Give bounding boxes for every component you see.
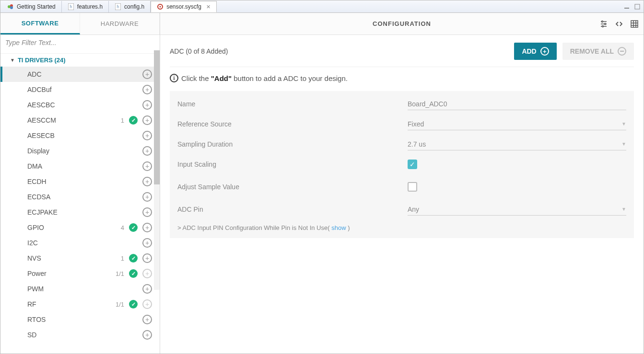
chevron-down-icon: ▼ [621, 121, 626, 126]
add-instance-icon[interactable]: + [142, 223, 152, 232]
tree-row-pwm[interactable]: PWM+ [0, 281, 160, 297]
filter-input[interactable]: Type Filter Text... [0, 35, 160, 54]
select-sampling-duration[interactable]: 2.7 us ▼ [408, 138, 626, 150]
tab-features-h[interactable]: h features.h [62, 1, 109, 12]
remove-button-label: REMOVE ALL [570, 47, 614, 55]
remove-all-button[interactable]: REMOVE ALL − [562, 43, 634, 60]
tree-row-rf[interactable]: RF1/1✓+ [0, 297, 160, 312]
tree-row-nvs[interactable]: NVS1✓+ [0, 251, 160, 266]
tree-row-count: 1/1 [116, 270, 124, 277]
checkbox-adjust-sample[interactable] [408, 182, 417, 192]
tree-row-gpio[interactable]: GPIO4✓+ [0, 220, 160, 235]
tree-header-ti-drivers[interactable]: ▼ TI DRIVERS (24) [0, 54, 160, 67]
add-instance-icon[interactable]: + [142, 207, 152, 217]
config-body: ADC (0 of 8 Added) ADD + REMOVE ALL − i … [160, 35, 644, 354]
label-reference-source: Reference Source [177, 120, 408, 128]
tab-getting-started[interactable]: Getting Started [1, 1, 62, 12]
tab-label: config.h [124, 3, 144, 10]
label-input-scaling: Input Scaling [177, 160, 408, 168]
add-instance-icon[interactable]: + [142, 100, 152, 110]
maximize-icon[interactable] [634, 3, 641, 10]
add-instance-icon[interactable]: + [142, 146, 152, 156]
cfg-file-icon [157, 3, 164, 10]
row-reference-source: Reference Source Fixed ▼ [177, 116, 626, 132]
minimize-icon[interactable] [623, 3, 630, 10]
label-adjust-sample: Adjust Sample Value [177, 183, 408, 191]
add-header: ADC (0 of 8 Added) ADD + REMOVE ALL − [170, 41, 634, 67]
add-instance-icon[interactable]: + [142, 69, 152, 79]
tree-row-ecjpake[interactable]: ECJPAKE+ [0, 205, 160, 220]
scrollbar-thumb[interactable] [154, 50, 160, 184]
add-instance-icon[interactable]: + [142, 238, 152, 248]
tree-row-label: NVS [27, 254, 121, 262]
h-file-icon: h [68, 3, 74, 10]
tree-row-label: ECDSA [27, 193, 142, 201]
add-instance-icon[interactable]: + [142, 177, 152, 186]
select-adc-pin[interactable]: Any ▼ [408, 204, 626, 216]
add-instance-icon[interactable]: + [142, 131, 152, 140]
module-summary: ADC (0 of 8 Added) [170, 47, 508, 55]
tree-row-label: Power [27, 270, 116, 277]
subtab-software[interactable]: SOFTWARE [0, 13, 80, 34]
expander-pin-config[interactable]: > ADC Input PIN Configuration While Pin … [177, 224, 626, 231]
add-button[interactable]: ADD + [514, 43, 556, 60]
select-reference-source[interactable]: Fixed ▼ [408, 118, 626, 130]
svg-point-15 [605, 23, 606, 24]
svg-point-14 [602, 21, 603, 22]
tree-row-display[interactable]: Display+ [0, 143, 160, 159]
tree-row-aescbc[interactable]: AESCBC+ [0, 97, 160, 113]
editor-tabstrip: Getting Started h features.h h config.h … [0, 0, 644, 13]
add-instance-icon: + [142, 299, 152, 309]
tab-sensor-syscfg[interactable]: sensor.syscfg ✕ [151, 1, 217, 12]
add-instance-icon[interactable]: + [142, 161, 152, 171]
tree-row-aesccm[interactable]: AESCCM1✓+ [0, 113, 160, 128]
code-icon[interactable] [615, 20, 623, 28]
add-instance-icon[interactable]: + [142, 330, 152, 340]
check-icon: ✓ [129, 254, 138, 263]
tab-config-h[interactable]: h config.h [109, 1, 151, 12]
tree-row-dma[interactable]: DMA+ [0, 159, 160, 174]
tree-row-ecdh[interactable]: ECDH+ [0, 174, 160, 189]
grid-icon[interactable] [630, 20, 639, 28]
tree-row-power[interactable]: Power1/1✓+ [0, 266, 160, 281]
add-instance-icon[interactable]: + [142, 85, 152, 94]
subtab-hardware[interactable]: HARDWARE [80, 13, 160, 34]
tree-row-count: 1 [121, 255, 124, 262]
tree-row-label: ADCBuf [27, 86, 142, 93]
config-form: Name Reference Source Fixed ▼ [170, 91, 634, 238]
scrollbar-track[interactable] [154, 50, 160, 290]
add-instance-icon[interactable]: + [142, 192, 152, 202]
window-controls [623, 3, 644, 10]
svg-rect-17 [631, 21, 638, 27]
tree-row-label: PWM [27, 285, 142, 293]
close-icon[interactable]: ✕ [206, 4, 211, 10]
tree-row-sd[interactable]: SD+ [0, 327, 160, 343]
left-pane: SOFTWARE HARDWARE Type Filter Text... ▼ … [0, 13, 160, 354]
add-instance-icon[interactable]: + [142, 284, 152, 294]
tree-row-count: 1/1 [116, 301, 124, 308]
tree-row-aesecb[interactable]: AESECB+ [0, 128, 160, 143]
tree-row-adcbuf[interactable]: ADCBuf+ [0, 82, 160, 97]
check-icon: ✓ [129, 116, 138, 125]
sliders-icon[interactable] [599, 20, 608, 28]
app-root: Getting Started h features.h h config.h … [0, 0, 644, 354]
tree-row-i2c[interactable]: I2C+ [0, 235, 160, 251]
tree-row-ecdsa[interactable]: ECDSA+ [0, 189, 160, 205]
add-instance-icon[interactable]: + [142, 315, 152, 324]
row-input-scaling: Input Scaling ✓ [177, 156, 626, 172]
chevron-down-icon: ▼ [621, 141, 626, 147]
input-name[interactable] [408, 98, 626, 110]
tree-row-label: AESCBC [27, 101, 142, 109]
add-instance-icon[interactable]: + [142, 115, 152, 125]
tree-row-label: RF [27, 300, 116, 308]
svg-text:h: h [117, 5, 119, 9]
tree-row-label: AESECB [27, 132, 142, 139]
tree-row-count: 1 [121, 117, 124, 124]
show-link[interactable]: show [331, 224, 346, 231]
tree-row-label: SD [27, 331, 142, 339]
caret-down-icon: ▼ [10, 57, 15, 63]
checkbox-input-scaling[interactable]: ✓ [408, 160, 417, 169]
tree-row-adc[interactable]: ADC+ [0, 67, 160, 82]
tree-row-rtos[interactable]: RTOS+ [0, 312, 160, 327]
add-instance-icon[interactable]: + [142, 253, 152, 263]
